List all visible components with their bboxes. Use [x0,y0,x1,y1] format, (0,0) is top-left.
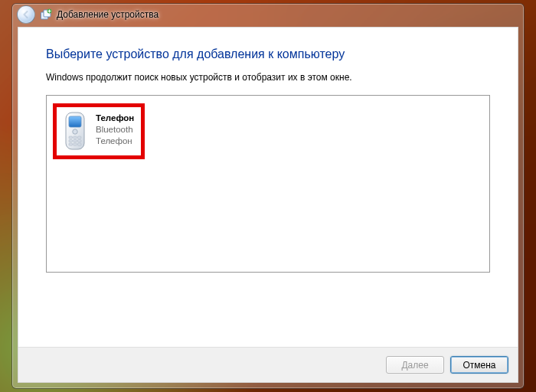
content-area: Выберите устройство для добавления к ком… [18,28,518,347]
device-category: Телефон [96,136,134,147]
window-title: Добавление устройства [57,9,159,20]
svg-rect-7 [74,136,77,139]
page-heading: Выберите устройство для добавления к ком… [46,47,490,61]
svg-rect-6 [69,136,73,139]
device-item-phone[interactable]: Телефон Bluetooth Телефон [53,103,145,159]
svg-rect-4 [69,116,81,127]
svg-rect-12 [69,143,73,145]
add-device-dialog: Добавление устройства Выберите устройств… [11,3,525,389]
title-bar: Добавление устройства [12,4,524,25]
phone-icon [62,112,88,150]
back-arrow-icon [21,10,31,19]
svg-rect-13 [74,143,77,145]
svg-rect-14 [77,143,81,145]
svg-rect-11 [77,140,81,142]
svg-rect-9 [69,140,73,142]
device-name: Телефон [96,113,134,124]
device-type: Bluetooth [96,124,134,136]
device-list: Телефон Bluetooth Телефон [46,95,490,273]
svg-rect-8 [77,136,81,139]
svg-rect-10 [74,140,77,142]
svg-point-5 [73,129,77,134]
page-subtext: Windows продолжит поиск новых устройств … [46,72,490,83]
back-button[interactable] [17,5,35,24]
dialog-footer: Далее Отмена [18,347,518,382]
client-area: Выберите устройство для добавления к ком… [18,27,518,383]
devices-icon [40,8,52,21]
cancel-button[interactable]: Отмена [450,356,508,374]
next-button[interactable]: Далее [386,356,444,374]
device-labels: Телефон Bluetooth Телефон [96,112,134,147]
